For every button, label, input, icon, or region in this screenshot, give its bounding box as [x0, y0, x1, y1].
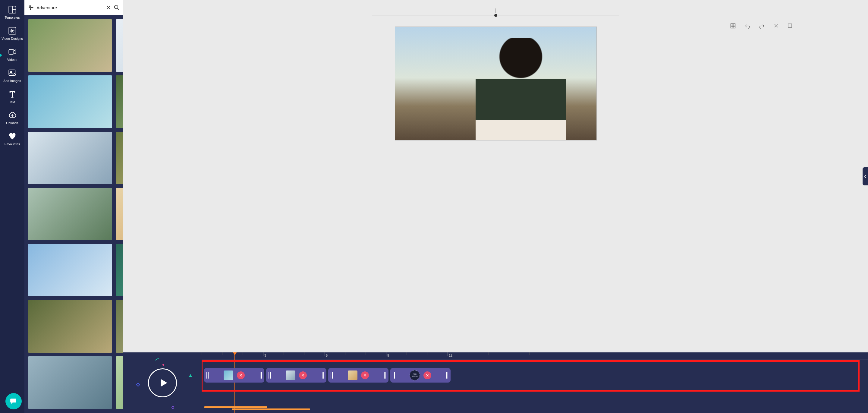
clip-handle-right[interactable] — [322, 372, 324, 379]
search-input[interactable] — [36, 5, 103, 10]
video-designs-icon — [8, 27, 17, 35]
timeline: 36912 ADD IMAGE — [123, 352, 868, 413]
clip-handle-left[interactable] — [207, 372, 209, 379]
rail-templates[interactable]: Templates — [0, 2, 24, 24]
zoom-handle[interactable] — [494, 8, 498, 18]
search-icon[interactable] — [114, 4, 120, 10]
video-thumb[interactable] — [116, 132, 123, 184]
ruler-label: 12 — [449, 354, 453, 357]
ruler-label: 3 — [264, 354, 266, 357]
deco-triangle — [189, 374, 192, 377]
search-panel — [24, 0, 123, 413]
page-button[interactable] — [787, 23, 793, 29]
favourites-icon — [8, 132, 17, 141]
delete-clip-button[interactable] — [361, 372, 369, 379]
audio-segment[interactable] — [204, 406, 267, 408]
clip-handle-left[interactable] — [269, 372, 271, 379]
close-icon — [239, 374, 243, 377]
audio-track — [202, 406, 868, 410]
chat-button[interactable] — [5, 393, 22, 409]
ruler-label: 9 — [387, 354, 389, 357]
rail-add-images[interactable]: Add Images — [0, 66, 24, 87]
chat-icon — [10, 397, 18, 405]
clip-handle-left[interactable] — [393, 372, 395, 379]
clear-search-icon[interactable] — [106, 5, 111, 10]
video-thumb[interactable] — [28, 19, 112, 72]
close-icon — [301, 374, 305, 377]
delete-clip-button[interactable] — [237, 372, 245, 379]
preview-image — [475, 38, 566, 140]
delete-clip-button[interactable] — [424, 372, 431, 379]
svg-point-15 — [30, 8, 31, 9]
video-thumb[interactable] — [116, 188, 123, 240]
clip-thumb — [348, 371, 358, 380]
redo-button[interactable] — [759, 23, 765, 29]
timeline-clip[interactable]: ADD IMAGE — [390, 368, 451, 383]
rail-video-designs[interactable]: Video Designs — [0, 24, 24, 45]
svg-marker-5 — [11, 30, 13, 32]
video-thumb[interactable] — [116, 76, 123, 128]
clip-handle-right[interactable] — [260, 372, 262, 379]
canvas-toolbar — [730, 23, 793, 29]
video-thumb[interactable] — [116, 356, 123, 409]
rail-favourites[interactable]: Favourites — [0, 129, 24, 150]
canvas-area — [123, 0, 868, 352]
rail-label: Videos — [7, 58, 17, 61]
video-thumb[interactable] — [116, 300, 123, 352]
search-bar — [24, 0, 123, 15]
add-image-placeholder[interactable]: ADD IMAGE — [410, 370, 420, 380]
video-results-grid — [24, 15, 123, 413]
video-thumb[interactable] — [28, 300, 112, 352]
svg-rect-8 — [9, 70, 15, 76]
timeline-clip[interactable] — [328, 368, 389, 383]
zoom-slider[interactable] — [372, 8, 619, 18]
delete-clip-button[interactable] — [299, 372, 307, 379]
close-icon — [363, 374, 367, 377]
left-rail: Templates Video Designs Videos Add Image… — [0, 0, 24, 413]
deco-dot — [162, 364, 164, 366]
preview-canvas[interactable] — [395, 27, 597, 141]
rail-videos[interactable]: Videos — [0, 45, 24, 66]
video-thumb[interactable] — [116, 19, 123, 72]
grid-icon — [730, 23, 736, 29]
rail-uploads[interactable]: Uploads — [0, 108, 24, 129]
grid-toggle-button[interactable] — [730, 23, 736, 29]
svg-point-18 — [115, 5, 118, 9]
video-thumb[interactable] — [28, 244, 112, 296]
video-thumb[interactable] — [28, 356, 112, 409]
clip-thumb — [224, 371, 233, 380]
timeline-clip[interactable] — [204, 368, 264, 383]
deco-line — [155, 358, 159, 360]
uploads-icon — [8, 111, 17, 119]
clip-handle-left[interactable] — [331, 372, 333, 379]
timeline-ruler[interactable]: 36912 — [202, 352, 868, 360]
clip-handle-right[interactable] — [384, 372, 386, 379]
text-icon — [8, 90, 17, 98]
play-button[interactable] — [148, 368, 177, 397]
rail-label: Uploads — [6, 121, 18, 125]
undo-button[interactable] — [744, 23, 750, 29]
rail-label: Templates — [4, 16, 20, 19]
filter-icon[interactable] — [28, 4, 34, 10]
close-icon — [773, 23, 779, 28]
expand-right-panel-button[interactable] — [863, 167, 868, 185]
rail-text[interactable]: Text — [0, 87, 24, 108]
svg-rect-27 — [788, 24, 792, 27]
video-thumb[interactable] — [116, 244, 123, 296]
play-icon — [158, 378, 168, 388]
add-images-icon — [8, 69, 17, 77]
close-canvas-button[interactable] — [773, 23, 779, 29]
rail-label: Favourites — [4, 142, 20, 146]
timeline-clip[interactable] — [266, 368, 327, 383]
page-icon — [787, 23, 793, 28]
audio-segment[interactable] — [232, 409, 310, 410]
redo-icon — [759, 23, 765, 29]
svg-line-19 — [118, 8, 119, 10]
clip-handle-right[interactable] — [446, 372, 448, 379]
play-zone — [123, 352, 202, 413]
ruler-label: 6 — [326, 354, 328, 357]
video-thumb[interactable] — [28, 132, 112, 184]
video-thumb[interactable] — [28, 76, 112, 128]
video-thumb[interactable] — [28, 188, 112, 240]
main-area: 36912 ADD IMAGE — [123, 0, 868, 413]
